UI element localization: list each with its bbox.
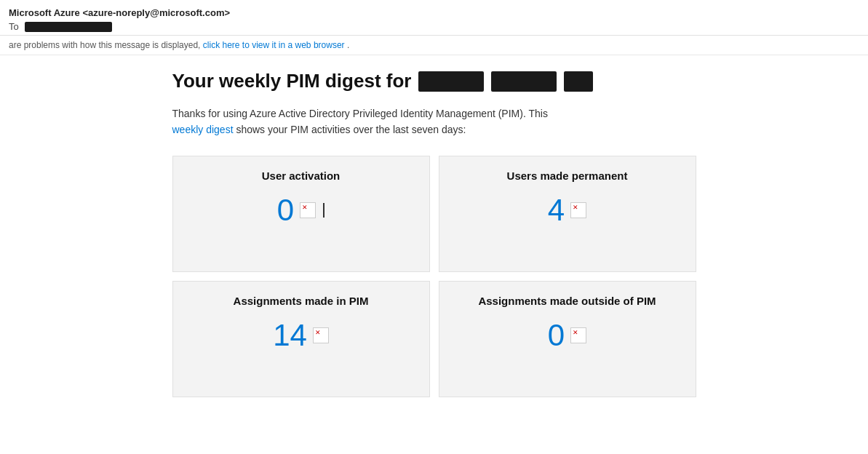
email-header: Microsoft Azure <azure-noreply@microsoft… [0, 0, 868, 36]
to-label: To [9, 21, 19, 32]
to-line: To [9, 21, 859, 32]
card-assignments-in-pim-number: 14 [273, 320, 307, 351]
card-assignments-outside-pim: Assignments made outside of PIM 0 [439, 281, 696, 397]
broken-image-icon-3 [313, 327, 329, 343]
card-assignments-outside-pim-value-area: 0 [454, 320, 681, 351]
title-redacted-3 [564, 71, 593, 92]
card-user-activation-value-area: 0 [188, 195, 415, 226]
intro-line1: Thanks for using Azure Active Directory … [172, 108, 548, 119]
intro-line2: shows your PIM activities over the last … [236, 124, 466, 135]
problems-text: are problems with how this message is di… [9, 40, 200, 50]
content-area: Your weekly PIM digest for Thanks for us… [172, 70, 696, 397]
card-assignments-in-pim-title: Assignments made in PIM [188, 295, 415, 307]
problems-suffix: . [347, 40, 349, 50]
weekly-digest-link[interactable]: weekly digest [172, 124, 234, 135]
cards-grid: User activation 0 Users made permanent 4 [172, 156, 696, 397]
card-users-made-permanent-number: 4 [548, 195, 565, 226]
cursor-1 [323, 203, 324, 218]
card-assignments-outside-pim-title: Assignments made outside of PIM [454, 295, 681, 307]
to-redacted [25, 22, 112, 32]
problems-bar: are problems with how this message is di… [0, 36, 868, 55]
email-body: Your weekly PIM digest for Thanks for us… [0, 55, 868, 412]
sender-email: <azure-noreply@microsoft.com> [82, 7, 230, 18]
card-user-activation: User activation 0 [172, 156, 430, 272]
sender-name: Microsoft Azure [9, 7, 80, 18]
card-assignments-outside-pim-number: 0 [548, 320, 565, 351]
card-assignments-in-pim-value-area: 14 [188, 320, 415, 351]
card-users-made-permanent-value-area: 4 [454, 195, 681, 226]
card-users-made-permanent: Users made permanent 4 [439, 156, 696, 272]
problems-link[interactable]: click here to view it in a web browser [203, 40, 345, 50]
card-user-activation-title: User activation [188, 170, 415, 182]
digest-title: Your weekly PIM digest for [172, 70, 696, 92]
broken-image-icon-1 [300, 202, 316, 218]
title-redacted-2 [491, 71, 557, 92]
card-assignments-in-pim: Assignments made in PIM 14 [172, 281, 430, 397]
broken-image-icon-2 [570, 202, 586, 218]
title-redacted-1 [418, 71, 484, 92]
broken-image-icon-4 [570, 327, 586, 343]
card-user-activation-number: 0 [277, 195, 294, 226]
digest-title-prefix: Your weekly PIM digest for [172, 70, 412, 92]
card-users-made-permanent-title: Users made permanent [454, 170, 681, 182]
intro-text: Thanks for using Azure Active Directory … [172, 105, 696, 138]
sender-line: Microsoft Azure <azure-noreply@microsoft… [9, 7, 859, 18]
